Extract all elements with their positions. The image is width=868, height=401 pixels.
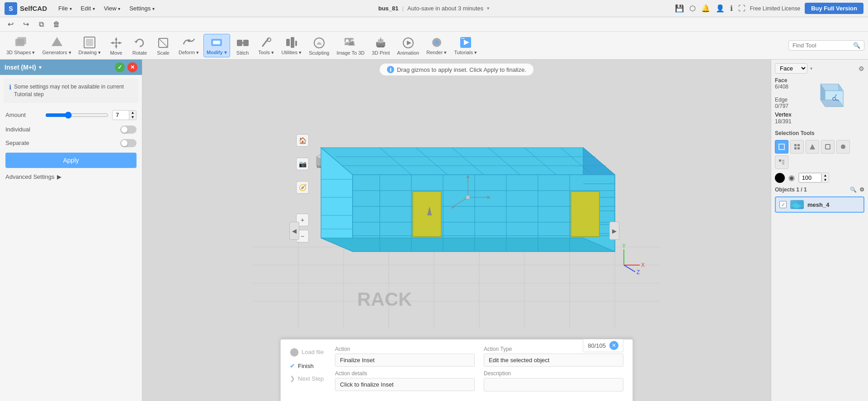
tool-scale[interactable]: Scale [152, 34, 174, 57]
tool-scale-label: Scale [157, 50, 170, 56]
topbar-right: 💾 ⬡ 🔔 👤 ℹ ⛶ Free Limited License Buy Ful… [675, 3, 863, 14]
info-icon[interactable]: ℹ [730, 4, 733, 13]
color-row: ◉ ▲ ▼ [775, 173, 864, 183]
separate-row: Separate [5, 139, 137, 147]
separate-toggle[interactable] [120, 139, 137, 147]
tool-render-label: Render ▾ [426, 50, 447, 56]
opacity-spin-down[interactable]: ▼ [821, 178, 829, 182]
tool-drawing[interactable]: Drawing ▾ [76, 34, 104, 57]
advanced-settings[interactable]: Advanced Settings ▶ [5, 173, 137, 180]
expand-icon[interactable]: ⛶ [738, 5, 745, 13]
object-item-mesh4[interactable]: ✓ mesh_4 [775, 196, 864, 213]
save-icon[interactable]: 💾 [675, 4, 684, 13]
tool-render[interactable]: Render ▾ [424, 34, 449, 57]
tool-tutorials[interactable]: Tutorials ▾ [451, 34, 480, 57]
redo-button[interactable]: ↪ [20, 19, 32, 30]
viewport[interactable]: ℹ Drag gizmos to apply inset. Click Appl… [142, 60, 771, 401]
autosave: Auto-save in about 3 minutes [407, 5, 483, 12]
tool-imageto3d[interactable]: Image To 3D [334, 34, 367, 57]
opacity-icon[interactable]: ◉ [788, 173, 795, 182]
view-cube-3d[interactable] [811, 77, 848, 113]
svg-marker-11 [134, 41, 138, 43]
tutorials-icon [458, 35, 473, 50]
svg-rect-4 [86, 39, 93, 46]
notification-icon[interactable]: 🔔 [701, 4, 710, 13]
svg-rect-1 [17, 37, 26, 44]
undo-button[interactable]: ↩ [5, 19, 16, 30]
sel-tool-more[interactable] [775, 155, 788, 169]
opacity-spin-up[interactable]: ▲ [821, 173, 829, 178]
objects-gear-icon[interactable]: ⚙ [859, 187, 864, 193]
svg-rect-16 [213, 41, 220, 44]
amount-number-input[interactable] [113, 111, 129, 119]
amount-spin-down[interactable]: ▼ [129, 115, 136, 120]
delete-button[interactable]: 🗑 [51, 19, 62, 30]
panel-title-dropdown[interactable]: ▾ [39, 65, 42, 70]
apply-button[interactable]: Apply [5, 153, 137, 168]
drag-info-text: Drag gizmos to apply inset. Click Apply … [397, 66, 526, 73]
color-swatch[interactable] [775, 173, 785, 183]
menu-view[interactable]: View ▾ [99, 3, 125, 14]
drag-info-icon: ℹ [387, 66, 394, 73]
tool-tools[interactable]: Tools ▾ [255, 34, 277, 57]
object-checkbox[interactable]: ✓ [779, 201, 787, 208]
svg-rect-86 [571, 191, 599, 237]
objects-search-icon[interactable]: 🔍 [850, 187, 857, 193]
opacity-number-input[interactable] [799, 173, 821, 182]
topbar-icons: 💾 ⬡ 🔔 👤 ℹ ⛶ [675, 4, 745, 13]
cancel-button[interactable]: ✕ [127, 62, 137, 72]
sel-tool-box[interactable] [775, 140, 788, 154]
user-icon[interactable]: 👤 [716, 4, 725, 13]
tool-modify-label: Modify ▾ [207, 50, 227, 56]
vertex-label: Vertex [775, 111, 792, 118]
nav-collapse-left[interactable]: ◀ [289, 222, 299, 240]
tool-move[interactable]: Move [105, 34, 127, 57]
tool-generators[interactable]: Generators ▾ [39, 34, 74, 57]
find-tool-search[interactable]: 🔍 [788, 40, 864, 51]
tool-deform[interactable]: Deform ▾ [176, 34, 202, 57]
center-info: bus_81 | Auto-save in about 3 minutes ▾ [378, 5, 490, 12]
menu-file[interactable]: File ▾ [54, 3, 76, 14]
search-icon: 🔍 [853, 42, 860, 49]
sel-tool-grid[interactable] [790, 140, 804, 154]
svg-rect-30 [377, 46, 384, 47]
mesh-stats: Face 6/408 Edge 0/797 Vertex 18/391 [775, 77, 792, 125]
svg-text:X: X [641, 262, 645, 268]
tool-3dshapes[interactable]: 3D Shapes ▾ [4, 34, 38, 57]
sel-tool-edge[interactable] [821, 140, 835, 154]
view-mode-select[interactable]: Face Edge Vertex Object [775, 63, 807, 74]
share-icon[interactable]: ⬡ [689, 4, 696, 13]
individual-toggle[interactable] [120, 126, 137, 134]
find-tool-input[interactable] [793, 42, 851, 49]
panel-title: Inset (M+I) ▾ [5, 64, 42, 71]
tool-rotate[interactable]: Rotate [129, 34, 151, 57]
tool-3dprint[interactable]: 3D Print [369, 34, 393, 57]
drag-info-banner: ℹ Drag gizmos to apply inset. Click Appl… [379, 63, 534, 76]
buy-full-version-button[interactable]: Buy Full Version [805, 3, 863, 14]
close-tutorial-button[interactable]: ✕ [609, 341, 618, 350]
menu-edit[interactable]: Edit ▾ [76, 3, 99, 14]
tutorial-next-step[interactable]: ❯ Next Step [290, 374, 326, 383]
tool-modify[interactable]: Modify ▾ [203, 34, 230, 57]
confirm-button[interactable]: ✓ [115, 62, 125, 72]
tool-sculpting[interactable]: Sculpting [306, 34, 332, 57]
tool-utilities[interactable]: Utilities ▾ [279, 34, 305, 57]
amount-slider[interactable] [45, 112, 108, 119]
view-settings-gear[interactable]: ⚙ [859, 65, 864, 72]
tutorial-finish[interactable]: ✔ Finish [290, 361, 326, 370]
sel-tool-face[interactable] [806, 140, 819, 154]
amount-spin-up[interactable]: ▲ [129, 111, 136, 115]
svg-point-14 [188, 39, 190, 42]
tool-animation[interactable]: Animation [394, 34, 422, 57]
svg-rect-120 [826, 145, 830, 149]
nav-collapse-right[interactable]: ▶ [609, 222, 619, 240]
svg-rect-18 [243, 40, 249, 46]
tool-stitch[interactable]: Stitch [232, 34, 254, 57]
menu-settings[interactable]: Settings ▾ [125, 3, 159, 14]
left-panel: Inset (M+I) ▾ ✓ ✕ ℹ Some settings may no… [0, 60, 142, 401]
individual-toggle-knob [121, 126, 127, 133]
copy-button[interactable]: ⧉ [35, 19, 47, 30]
separate-label: Separate [5, 140, 120, 146]
tutorial-load-file[interactable]: ⬤ Load file [290, 346, 326, 358]
sel-tool-vertex[interactable] [836, 140, 850, 154]
